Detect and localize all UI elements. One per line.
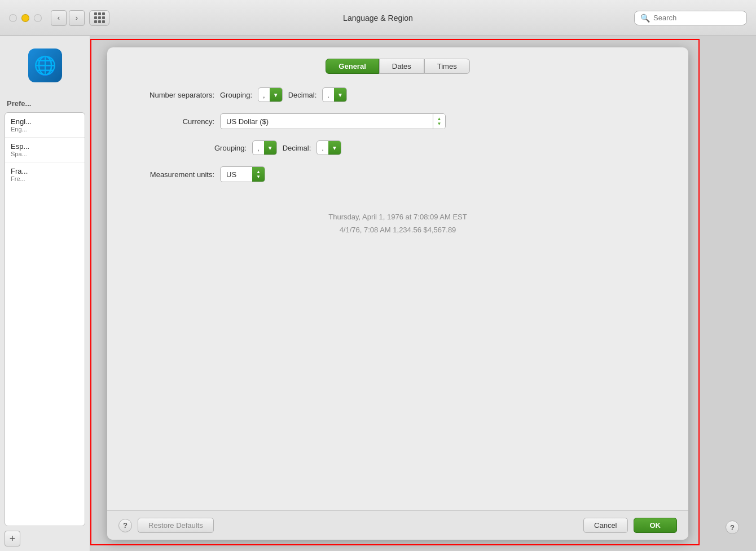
currency-value: US Dollar ($) xyxy=(221,117,433,126)
restore-defaults-button[interactable]: Restore Defaults xyxy=(138,518,214,533)
window-title: Language & Region xyxy=(343,14,413,23)
dialog-body: General Dates Times Number separators: G… xyxy=(107,47,688,510)
currency-grouping-dropdown[interactable]: , ▼ xyxy=(252,140,277,155)
preferences-label: Prefe... xyxy=(0,99,90,112)
search-icon: 🔍 xyxy=(640,14,650,23)
back-button[interactable]: ‹ xyxy=(51,10,67,26)
list-item[interactable]: Fra... Fre... xyxy=(5,162,85,187)
currency-grouping-label: Grouping: xyxy=(214,144,247,152)
decimal-label: Decimal: xyxy=(288,91,317,99)
language-native: Fre... xyxy=(11,175,79,182)
dialog-footer: ? Restore Defaults Cancel OK xyxy=(107,510,688,540)
measurement-up-arrow: ▲ xyxy=(256,170,261,174)
form-section: Number separators: Grouping: , ▼ Decimal… xyxy=(124,87,671,237)
close-button[interactable] xyxy=(9,14,17,22)
number-separators-label: Number separators: xyxy=(124,91,214,99)
tab-general[interactable]: General xyxy=(326,59,379,74)
number-separators-row: Number separators: Grouping: , ▼ Decimal… xyxy=(124,87,671,102)
grouping-dropdown[interactable]: , ▼ xyxy=(258,87,283,102)
currency-label: Currency: xyxy=(124,117,214,126)
sidebar-icon-area: 🌐 xyxy=(0,43,90,88)
measurement-down-arrow: ▼ xyxy=(256,175,261,179)
nav-buttons: ‹ › xyxy=(51,10,85,26)
decimal-value: . xyxy=(323,91,334,99)
measurement-select[interactable]: US ▲ ▼ xyxy=(220,166,265,182)
currency-grouping-row: Grouping: , ▼ Decimal: . ▼ xyxy=(214,140,671,155)
list-item[interactable]: Esp... Spa... xyxy=(5,138,85,162)
currency-up-arrow: ▲ xyxy=(437,117,442,121)
measurement-label: Measurement units: xyxy=(124,170,214,179)
search-bar[interactable]: 🔍 xyxy=(634,11,747,25)
language-native: Spa... xyxy=(11,151,79,157)
currency-decimal-dropdown[interactable]: . ▼ xyxy=(317,140,341,155)
decimal-dropdown[interactable]: . ▼ xyxy=(322,87,347,102)
decimal-arrow[interactable]: ▼ xyxy=(334,88,346,102)
title-bar: ‹ › Language & Region 🔍 xyxy=(0,0,756,36)
minimize-button[interactable] xyxy=(21,14,29,22)
tab-dates[interactable]: Dates xyxy=(379,59,424,74)
grouping-arrow[interactable]: ▼ xyxy=(270,88,282,102)
help-button[interactable]: ? xyxy=(118,519,132,532)
grouping-value: , xyxy=(258,91,270,99)
search-input[interactable] xyxy=(653,14,741,22)
preview-line-2: 4/1/76, 7:08 AM 1,234.56 $4,567.89 xyxy=(124,223,671,236)
globe-emoji: 🌐 xyxy=(34,55,56,76)
currency-row: Currency: US Dollar ($) ▲ ▼ xyxy=(124,113,671,129)
preview-line-1: Thursday, April 1, 1976 at 7:08:09 AM ES… xyxy=(124,210,671,223)
sidebar: 🌐 Prefe... Engl... Eng... Esp... Spa... … xyxy=(0,36,90,551)
language-name: Engl... xyxy=(11,117,79,126)
currency-decimal-label: Decimal: xyxy=(283,144,311,152)
language-native: Eng... xyxy=(11,126,79,133)
grid-button[interactable] xyxy=(89,10,109,26)
add-language-button[interactable]: + xyxy=(5,531,20,546)
traffic-lights xyxy=(9,14,42,22)
currency-arrows[interactable]: ▲ ▼ xyxy=(433,114,445,129)
tab-bar: General Dates Times xyxy=(124,59,671,74)
maximize-button[interactable] xyxy=(34,14,42,22)
dialog-area: General Dates Times Number separators: G… xyxy=(90,36,756,551)
preview-area: Thursday, April 1, 1976 at 7:08:09 AM ES… xyxy=(124,210,671,237)
currency-down-arrow: ▼ xyxy=(437,122,442,126)
tab-times[interactable]: Times xyxy=(424,59,470,74)
currency-decimal-arrow[interactable]: ▼ xyxy=(328,141,341,155)
list-item[interactable]: Engl... Eng... xyxy=(5,113,85,138)
globe-icon: 🌐 xyxy=(28,49,62,82)
grid-icon xyxy=(94,12,105,23)
language-list: Engl... Eng... Esp... Spa... Fra... Fre.… xyxy=(5,112,85,526)
currency-decimal-value: . xyxy=(317,144,328,152)
measurement-row: Measurement units: US ▲ ▼ xyxy=(124,166,671,182)
cancel-button[interactable]: Cancel xyxy=(583,518,627,533)
currency-select[interactable]: US Dollar ($) ▲ ▼ xyxy=(220,113,446,129)
currency-grouping-arrow[interactable]: ▼ xyxy=(264,141,276,155)
dialog-panel: General Dates Times Number separators: G… xyxy=(107,47,688,540)
bottom-right-help-button[interactable]: ? xyxy=(726,521,739,534)
measurement-arrows[interactable]: ▲ ▼ xyxy=(252,167,265,182)
main-content: 🌐 Prefe... Engl... Eng... Esp... Spa... … xyxy=(0,36,756,551)
language-name: Esp... xyxy=(11,142,79,151)
ok-button[interactable]: OK xyxy=(634,518,678,533)
forward-button[interactable]: › xyxy=(69,10,85,26)
measurement-value: US xyxy=(221,170,252,179)
currency-grouping-value: , xyxy=(253,144,264,152)
grouping-label: Grouping: xyxy=(220,91,252,99)
language-name: Fra... xyxy=(11,167,79,175)
